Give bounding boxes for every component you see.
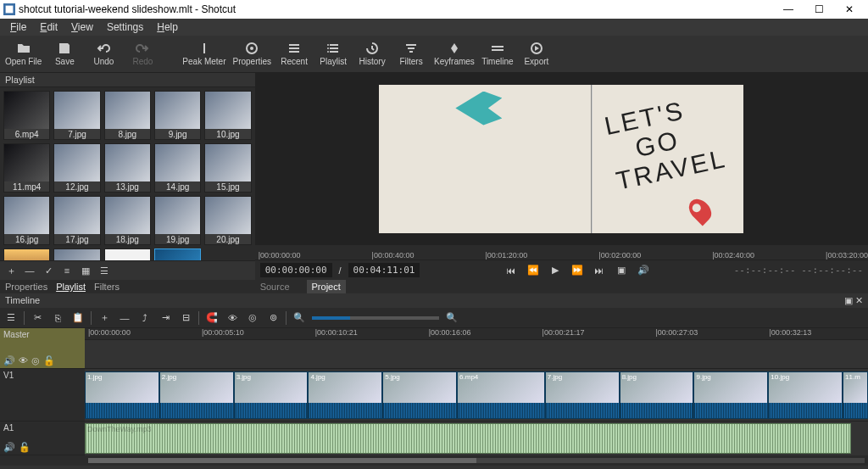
tl-cut-button[interactable]: ✂ (30, 310, 45, 326)
speaker-icon[interactable]: 🔊 (3, 442, 15, 453)
v1-lane[interactable]: 1.jpg2.jpg3.jpg4.jpg5.jpg6.mp47.jpg8.jpg… (85, 369, 868, 422)
playlist-grid-view-button[interactable]: ▦ (78, 263, 93, 278)
playlist-item[interactable]: 7.jpg (53, 91, 100, 140)
video-clip[interactable]: 3.jpg (234, 371, 309, 419)
save-button[interactable]: Save (48, 42, 81, 66)
video-clip[interactable]: 6.mp4 (457, 371, 545, 419)
playlist-item[interactable]: 22.jpg (53, 248, 100, 260)
tl-ripple-button[interactable]: ◎ (245, 310, 260, 326)
tl-ripple-all-button[interactable]: ⊚ (265, 310, 281, 326)
volume-button[interactable]: 🔊 (636, 263, 651, 278)
close-button[interactable]: ✕ (834, 0, 865, 19)
recent-button[interactable]: Recent (278, 42, 310, 66)
playlist-list-view-button[interactable]: ≡ (59, 263, 75, 278)
properties-button[interactable]: Properties (233, 42, 272, 66)
playlist-item[interactable]: 18.jpg (104, 196, 151, 245)
timeline-scrollbar[interactable] (85, 455, 868, 466)
skip-start-button[interactable]: ⏮ (504, 263, 519, 278)
peak-meter-button[interactable]: Peak Meter (182, 42, 225, 66)
playlist-item[interactable]: 10.jpg (204, 91, 251, 140)
playlist-item[interactable]: HappyU…le.mp3 (154, 248, 201, 260)
export-button[interactable]: Export (520, 42, 553, 66)
playlist-button[interactable]: Playlist (317, 42, 349, 66)
menu-view[interactable]: View (64, 20, 100, 35)
timeline-button[interactable]: Timeline (481, 42, 514, 66)
tl-copy-button[interactable]: ⎘ (50, 310, 65, 326)
playlist-item[interactable]: 15.jpg (204, 143, 251, 193)
playlist-item[interactable]: 8.jpg (104, 91, 151, 140)
playlist-item[interactable]: 17.jpg (53, 196, 100, 245)
minimize-button[interactable]: — (773, 0, 804, 19)
tl-zoom-in-button[interactable]: 🔍 (444, 310, 459, 326)
playlist-check-button[interactable]: ✓ (41, 263, 56, 278)
zoom-fit-button[interactable]: ▣ (614, 263, 629, 278)
timeline-ruler[interactable]: |00:00:00:00|00:00:05:10|00:00:10:21|00:… (85, 328, 868, 340)
playlist-grid[interactable]: 6.mp47.jpg8.jpg9.jpg10.jpg11.mp412.jpg13… (0, 87, 255, 260)
skip-end-button[interactable]: ⏭ (592, 263, 607, 278)
undo-button[interactable]: Undo (87, 42, 120, 66)
lock-icon[interactable]: 🔓 (19, 442, 31, 453)
video-clip[interactable]: 5.jpg (382, 371, 457, 419)
tl-paste-button[interactable]: 📋 (70, 310, 86, 326)
video-clip[interactable]: 4.jpg (308, 371, 382, 419)
redo-button[interactable]: Redo (126, 42, 159, 66)
tl-split-button[interactable]: ⊟ (178, 310, 193, 326)
menu-file[interactable]: File (3, 20, 33, 35)
tl-remove-button[interactable]: — (117, 310, 132, 326)
playlist-item[interactable]: 9.jpg (154, 91, 201, 140)
menu-edit[interactable]: Edit (33, 20, 64, 35)
tab-playlist[interactable]: Playlist (56, 282, 86, 292)
track-body[interactable]: |00:00:00:00|00:00:05:10|00:00:10:21|00:… (85, 328, 868, 466)
video-clip[interactable]: 7.jpg (545, 371, 620, 419)
track-v1-header[interactable]: V1 (0, 369, 85, 422)
filters-button[interactable]: Filters (395, 42, 427, 66)
audio-clip[interactable]: DownTheWay.mp3 (85, 423, 851, 454)
tab-project[interactable]: Project (307, 280, 346, 293)
playlist-item[interactable]: 13.jpg (104, 143, 151, 193)
tab-source[interactable]: Source (255, 280, 295, 293)
tl-append-button[interactable]: ＋ (97, 310, 112, 326)
playlist-item[interactable]: 11.mp4 (3, 143, 50, 193)
tl-snap-button[interactable]: 🧲 (204, 310, 220, 326)
preview-viewport[interactable]: LET'S GO TRAVEL (255, 73, 868, 244)
video-clip[interactable]: 9.jpg (693, 371, 768, 419)
playlist-item[interactable]: 14.jpg (154, 143, 201, 193)
video-clip[interactable]: 11.m (843, 371, 868, 419)
playlist-item[interactable]: DownT…y.mp3 (104, 248, 151, 260)
rewind-button[interactable]: ⏪ (526, 263, 541, 278)
playlist-item[interactable]: 6.mp4 (3, 91, 50, 140)
forward-button[interactable]: ⏩ (570, 263, 585, 278)
tl-lift-button[interactable]: ⤴ (137, 310, 153, 326)
playlist-item[interactable]: 19.jpg (154, 196, 201, 245)
tl-menu-button[interactable]: ☰ (3, 310, 19, 326)
video-clip[interactable]: 10.jpg (768, 371, 843, 419)
tab-filters[interactable]: Filters (94, 282, 120, 292)
tl-scrub-button[interactable]: 👁 (225, 310, 240, 326)
track-master-header[interactable]: Master 🔊👁◎🔓 (0, 328, 85, 369)
open-file-button[interactable]: Open File (5, 42, 42, 66)
playlist-item[interactable]: 16.jpg (3, 196, 50, 245)
video-clip[interactable]: 8.jpg (620, 371, 694, 419)
playlist-menu-button[interactable]: ☰ (97, 263, 112, 278)
playlist-add-button[interactable]: ＋ (3, 263, 19, 278)
eye-icon[interactable]: 👁 (19, 355, 28, 366)
play-button[interactable]: ▶ (548, 263, 563, 278)
speaker-icon[interactable]: 🔊 (3, 355, 15, 366)
menu-settings[interactable]: Settings (100, 20, 150, 35)
master-lane[interactable] (85, 340, 868, 369)
tl-zoom-slider[interactable] (312, 316, 439, 320)
playlist-item[interactable]: 21.mp4 (3, 248, 50, 260)
tab-properties[interactable]: Properties (5, 282, 47, 292)
maximize-button[interactable]: ☐ (804, 0, 834, 19)
playlist-item[interactable]: 12.jpg (53, 143, 100, 193)
keyframes-button[interactable]: Keyframes (434, 42, 475, 66)
tl-zoom-out-button[interactable]: 🔍 (292, 310, 307, 326)
preview-ruler[interactable]: |00:00:00:00|00:00:40:00|00:01:20:00|00:… (255, 244, 868, 260)
playlist-item[interactable]: 20.jpg (204, 196, 251, 245)
video-clip[interactable]: 1.jpg (85, 371, 159, 419)
timeline-dock-buttons[interactable]: ▣ ✕ (844, 295, 863, 306)
track-a1-header[interactable]: A1 🔊🔓 (0, 422, 85, 455)
target-icon[interactable]: ◎ (31, 355, 40, 366)
menu-help[interactable]: Help (150, 20, 185, 35)
video-clip[interactable]: 2.jpg (159, 371, 234, 419)
